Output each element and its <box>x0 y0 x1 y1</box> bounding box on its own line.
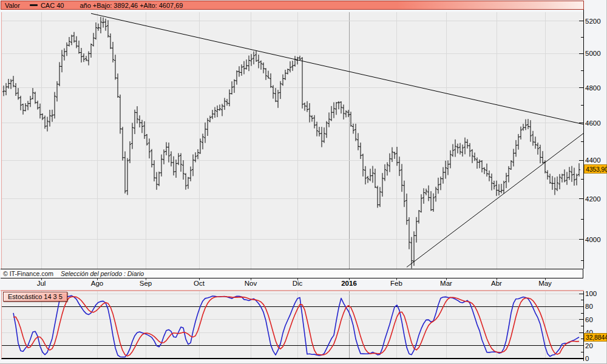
month-label: Feb <box>390 280 402 287</box>
price-tick-label: 4000 <box>585 236 601 243</box>
price-tick-label: 4600 <box>585 120 601 127</box>
month-label: Nov <box>245 280 257 287</box>
instrument-name[interactable]: CAC 40 <box>41 2 64 9</box>
month-label: Ago <box>91 280 103 287</box>
stoch-tick-label: 20 <box>585 342 593 349</box>
panel-separator <box>1 290 584 291</box>
price-tick-label: 5000 <box>585 50 601 57</box>
stoch-tick-label: 60 <box>585 316 593 323</box>
stochastic-value-badge: 32,8844 <box>584 333 607 342</box>
month-label: Abr <box>491 280 502 287</box>
stoch-tick-label: 80 <box>585 303 593 310</box>
stochastic-plot-area[interactable] <box>1 291 583 359</box>
price-tick-label: 4200 <box>585 195 601 203</box>
series-legend-icon <box>30 4 38 6</box>
chart-footer-bar: © IT-Finance.com Selección del período :… <box>1 269 583 278</box>
chart-title-bar: Valor CAC 40 año +Bajo: 3892,46 +Alto: 4… <box>1 1 584 10</box>
time-axis[interactable]: JulAgoSepOctNovDic2016FebMarAbrMay <box>1 279 583 289</box>
price-tick-label: 4800 <box>585 84 601 92</box>
month-label: Dic <box>293 280 303 287</box>
price-chart[interactable]: 4000420044004600480050005200 <box>1 10 606 269</box>
last-price-badge: 4353,90 <box>584 164 607 174</box>
period-selector-label[interactable]: Selección del período : Diario <box>61 270 144 277</box>
month-label: Jul <box>37 280 46 287</box>
month-label: Sep <box>140 280 152 287</box>
panel-title: Valor <box>5 2 20 9</box>
chart-window: Valor CAC 40 año +Bajo: 3892,46 +Alto: 4… <box>0 0 607 364</box>
indicator-label[interactable]: Estocástico 14 3 5 <box>3 292 67 302</box>
month-label: Oct <box>194 280 205 287</box>
month-label: Mar <box>440 280 452 287</box>
month-label: 2016 <box>341 280 357 287</box>
month-label: May <box>538 280 552 287</box>
year-range-info: año +Bajo: 3892,46 +Alto: 4607,69 <box>80 2 183 9</box>
copyright-label: © IT-Finance.com <box>3 270 53 277</box>
price-tick-label: 4400 <box>585 157 601 164</box>
stoch-tick-label: 100 <box>585 290 597 297</box>
price-plot-area[interactable] <box>1 12 583 269</box>
stochastic-chart[interactable]: 020406080100 <box>1 290 606 363</box>
stoch-tick-label: 0 <box>585 355 589 362</box>
price-tick-label: 5200 <box>585 18 601 25</box>
